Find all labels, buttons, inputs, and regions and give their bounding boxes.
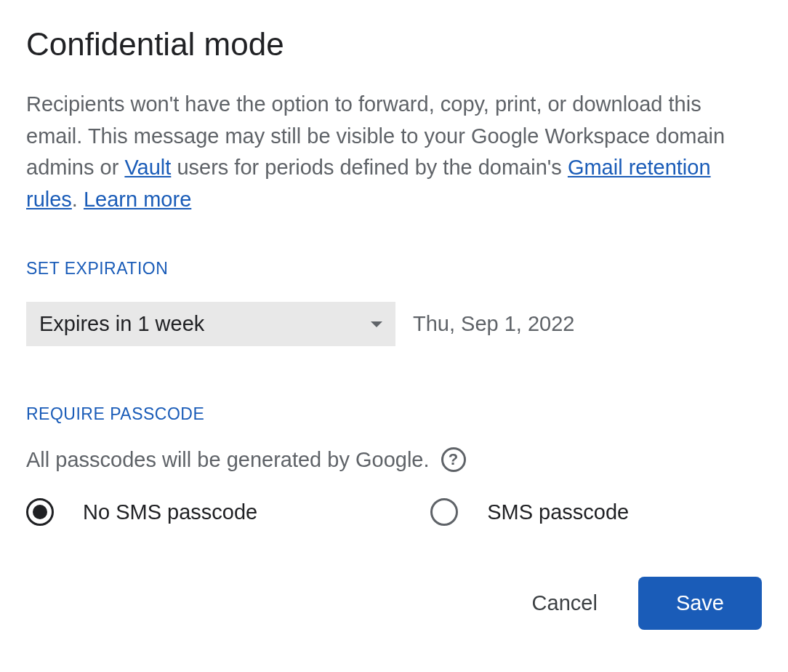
help-icon[interactable]: ? bbox=[441, 447, 466, 472]
expiration-dropdown[interactable]: Expires in 1 week bbox=[26, 302, 395, 346]
description-text-3: . bbox=[72, 188, 84, 211]
passcode-subtitle: All passcodes will be generated by Googl… bbox=[26, 448, 430, 472]
passcode-subtitle-row: All passcodes will be generated by Googl… bbox=[26, 447, 762, 472]
radio-button-unselected-icon bbox=[430, 498, 458, 526]
require-passcode-label: REQUIRE PASSCODE bbox=[26, 404, 762, 424]
dialog-description: Recipients won't have the option to forw… bbox=[26, 89, 762, 215]
expiration-dropdown-value: Expires in 1 week bbox=[39, 312, 204, 336]
save-button[interactable]: Save bbox=[638, 577, 762, 630]
radio-no-sms-passcode[interactable]: No SMS passcode bbox=[26, 498, 257, 526]
dialog-button-row: Cancel Save bbox=[26, 577, 762, 630]
chevron-down-icon bbox=[371, 321, 382, 327]
passcode-radio-group: No SMS passcode SMS passcode bbox=[26, 498, 762, 526]
radio-button-selected-icon bbox=[26, 498, 54, 526]
radio-label-sms: SMS passcode bbox=[487, 500, 629, 524]
description-text-2: users for periods defined by the domain'… bbox=[171, 156, 568, 179]
set-expiration-label: SET EXPIRATION bbox=[26, 259, 762, 279]
cancel-button[interactable]: Cancel bbox=[526, 580, 603, 627]
expiration-date: Thu, Sep 1, 2022 bbox=[413, 312, 575, 336]
dialog-title: Confidential mode bbox=[26, 26, 762, 63]
radio-label-no-sms: No SMS passcode bbox=[83, 500, 257, 524]
vault-link[interactable]: Vault bbox=[124, 156, 171, 179]
expiration-row: Expires in 1 week Thu, Sep 1, 2022 bbox=[26, 302, 762, 346]
radio-sms-passcode[interactable]: SMS passcode bbox=[430, 498, 629, 526]
learn-more-link[interactable]: Learn more bbox=[84, 188, 191, 211]
